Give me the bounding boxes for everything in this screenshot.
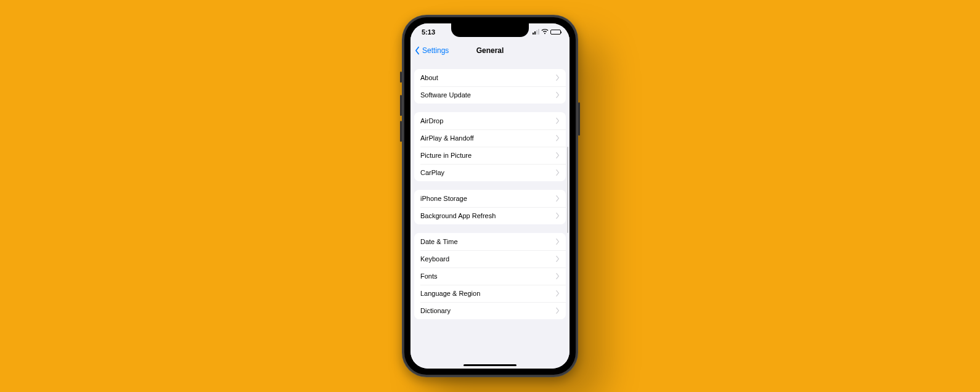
row-label: Dictionary <box>420 307 451 314</box>
chevron-right-icon <box>556 213 560 219</box>
row-dictionary[interactable]: Dictionary <box>414 302 566 319</box>
power-button <box>578 102 580 136</box>
group-info: AboutSoftware Update <box>414 69 566 104</box>
row-picture-in-picture[interactable]: Picture in Picture <box>414 147 566 164</box>
row-label: AirPlay & Handoff <box>420 134 474 142</box>
row-label: iPhone Storage <box>420 195 467 202</box>
row-label: Picture in Picture <box>420 152 472 159</box>
back-label: Settings <box>422 46 449 55</box>
notch <box>451 23 529 37</box>
chevron-right-icon <box>556 169 560 176</box>
row-airdrop[interactable]: AirDrop <box>414 112 566 129</box>
row-label: Keyboard <box>420 255 449 263</box>
chevron-right-icon <box>556 75 560 81</box>
battery-icon <box>550 30 561 35</box>
volume-down-button <box>400 121 402 142</box>
home-indicator[interactable] <box>463 364 517 366</box>
phone-frame: 5:13 Settings G <box>402 15 578 377</box>
group-storage: iPhone StorageBackground App Refresh <box>414 190 566 224</box>
chevron-right-icon <box>556 290 560 296</box>
row-label: Language & Region <box>420 290 480 297</box>
row-carplay[interactable]: CarPlay <box>414 164 566 181</box>
row-label: Fonts <box>420 272 438 280</box>
row-date-time[interactable]: Date & Time <box>414 233 566 250</box>
row-label: Background App Refresh <box>420 212 496 219</box>
row-fonts[interactable]: Fonts <box>414 267 566 285</box>
screen: 5:13 Settings G <box>410 23 570 369</box>
row-label: AirDrop <box>420 117 443 125</box>
chevron-right-icon <box>556 256 560 262</box>
scrollbar[interactable] <box>567 147 568 233</box>
wifi-icon <box>541 29 549 35</box>
row-iphone-storage[interactable]: iPhone Storage <box>414 190 566 207</box>
settings-list: AboutSoftware UpdateAirDropAirPlay & Han… <box>410 60 570 369</box>
chevron-right-icon <box>556 118 560 124</box>
row-keyboard[interactable]: Keyboard <box>414 250 566 267</box>
row-language-region[interactable]: Language & Region <box>414 285 566 302</box>
row-label: About <box>420 74 438 81</box>
row-label: Software Update <box>420 91 471 99</box>
row-software-update[interactable]: Software Update <box>414 86 566 104</box>
chevron-right-icon <box>556 135 560 141</box>
chevron-right-icon <box>556 152 560 158</box>
chevron-right-icon <box>556 195 560 202</box>
chevron-right-icon <box>556 273 560 279</box>
row-background-app-refresh[interactable]: Background App Refresh <box>414 207 566 224</box>
chevron-right-icon <box>556 92 560 98</box>
group-connect: AirDropAirPlay & HandoffPicture in Pictu… <box>414 112 566 181</box>
back-button[interactable]: Settings <box>414 46 449 55</box>
chevron-left-icon <box>414 46 422 55</box>
row-about[interactable]: About <box>414 69 566 86</box>
row-label: CarPlay <box>420 169 444 176</box>
group-locale: Date & TimeKeyboardFontsLanguage & Regio… <box>414 233 566 319</box>
chevron-right-icon <box>556 308 560 314</box>
volume-up-button <box>400 95 402 116</box>
status-time: 5:13 <box>422 28 435 36</box>
nav-bar: Settings General <box>410 41 570 60</box>
row-label: Date & Time <box>420 238 458 245</box>
chevron-right-icon <box>556 239 560 245</box>
cellular-signal-icon <box>533 29 539 35</box>
row-airplay-handoff[interactable]: AirPlay & Handoff <box>414 129 566 147</box>
mute-switch <box>400 71 402 83</box>
